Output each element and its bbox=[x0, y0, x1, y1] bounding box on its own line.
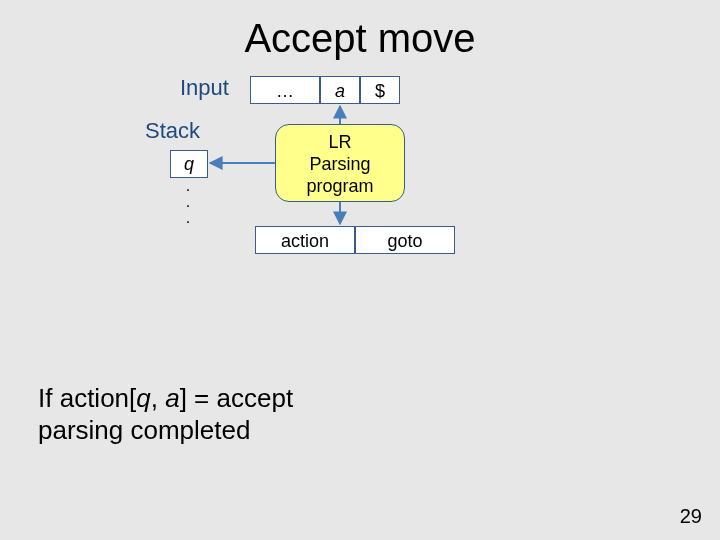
stack-ellipsis: . . . bbox=[182, 178, 194, 226]
input-cell-ellipsis: … bbox=[250, 76, 320, 104]
caption: If action[q, a] = accept parsing complet… bbox=[38, 382, 293, 446]
parser-line1: LR bbox=[276, 131, 404, 153]
action-table: action bbox=[255, 226, 355, 254]
goto-table: goto bbox=[355, 226, 455, 254]
slide-title: Accept move bbox=[0, 16, 720, 61]
input-tape: … a $ bbox=[250, 76, 400, 104]
parser-line3: program bbox=[276, 175, 404, 197]
parser-box: LR Parsing program bbox=[275, 124, 405, 202]
input-cell-end: $ bbox=[360, 76, 400, 104]
stack-top: q bbox=[170, 150, 208, 178]
input-cell-a: a bbox=[320, 76, 360, 104]
parse-tables: action goto bbox=[255, 226, 455, 254]
stack-label: Stack bbox=[145, 118, 200, 144]
parser-line2: Parsing bbox=[276, 153, 404, 175]
page-number: 29 bbox=[680, 505, 702, 528]
input-label: Input bbox=[180, 75, 229, 101]
